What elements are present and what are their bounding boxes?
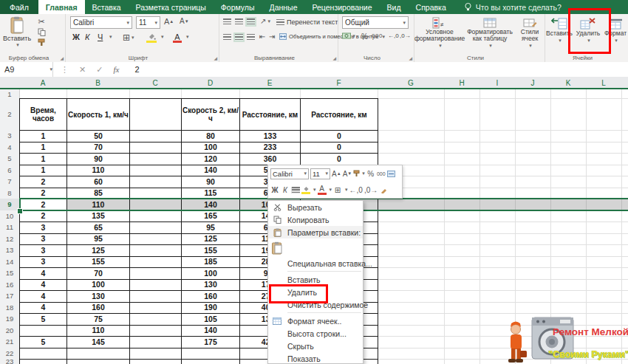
cell-C22[interactable] [129, 348, 182, 360]
comma-style-button[interactable]: 000 [372, 32, 383, 39]
paste-button[interactable]: Вставить ▾ [3, 16, 31, 50]
cell-B10[interactable]: 135 [66, 210, 130, 223]
cell-D3[interactable]: 80 [181, 130, 240, 142]
mini-font-color-button[interactable]: А [318, 185, 327, 195]
copy-button[interactable] [35, 27, 47, 36]
row-header-20[interactable]: 20 [0, 325, 20, 337]
cell-A13[interactable]: 3 [19, 244, 67, 257]
mini-increase-decimal-button[interactable]: ←,0 [349, 186, 363, 194]
cell-A17[interactable]: 4 [19, 290, 67, 303]
mini-borders-button[interactable]: ⊞ [333, 186, 342, 194]
cell-C13[interactable] [129, 244, 182, 257]
cell-B6[interactable]: 110 [66, 165, 130, 177]
font-color-dropdown-arrow[interactable]: ▾ [185, 34, 189, 40]
cell-B21[interactable]: 145 [66, 336, 130, 348]
menu-item-13[interactable]: Показать [268, 352, 363, 364]
mini-merge-button[interactable] [387, 171, 396, 177]
cell-B14[interactable]: 155 [66, 256, 130, 269]
cell-A15[interactable]: 4 [19, 267, 67, 280]
mini-font-name-combo[interactable]: Calibri▾ [270, 168, 309, 179]
cell-A16[interactable]: 4 [19, 279, 67, 292]
cell-B16[interactable]: 100 [66, 279, 130, 292]
cell-C21[interactable] [129, 336, 182, 348]
cell-A10[interactable]: 2 [19, 210, 67, 223]
increase-indent-button[interactable]: ⇥ [269, 32, 275, 41]
mini-comma-button[interactable]: 000 [377, 171, 386, 176]
enter-icon[interactable]: ✓ [96, 65, 103, 75]
cell-styles-button[interactable]: Стили ячеек ▾ [516, 17, 544, 49]
row-header-7[interactable]: 7 [0, 176, 20, 188]
cell-A11[interactable]: 3 [19, 222, 67, 234]
cell-F3[interactable]: 0 [300, 130, 378, 142]
tab-5[interactable]: Данные [262, 0, 305, 14]
tab-3[interactable]: Разметка страницы [129, 0, 214, 14]
fx-icon[interactable]: fx [113, 65, 119, 74]
row-header-13[interactable]: 13 [0, 244, 20, 257]
cell-D11[interactable]: 95 [181, 222, 240, 234]
formula-input[interactable]: 2 [134, 65, 139, 74]
row-header-23[interactable]: 23 [0, 359, 20, 364]
menu-item-4[interactable]: Специальная вставка... [268, 257, 363, 269]
menu-paste-option[interactable] [268, 238, 363, 257]
cell-A5[interactable]: 1 [19, 153, 67, 165]
row-header-3[interactable]: 3 [0, 130, 20, 142]
cell-F4[interactable]: 0 [300, 142, 378, 154]
cell-D7[interactable]: 90 [181, 176, 240, 188]
cell-A14[interactable]: 3 [19, 256, 67, 269]
cell-D18[interactable]: 190 [181, 302, 240, 315]
cell-A6[interactable]: 1 [19, 165, 67, 177]
mini-bold-button[interactable]: Ж [270, 186, 279, 194]
cell-D15[interactable]: 100 [181, 267, 240, 280]
font-dialog-launcher-icon[interactable]: ◢ [214, 55, 217, 61]
mini-brush-button[interactable] [379, 187, 388, 193]
cell-F2[interactable]: Расстояние, км [300, 98, 378, 131]
cell-B22[interactable] [66, 348, 130, 360]
alignment-dialog-launcher-icon[interactable]: ◢ [332, 55, 336, 61]
menu-item-10[interactable]: Формат ячеек.. [268, 315, 363, 327]
fill-handle[interactable] [17, 208, 23, 214]
row-header-5[interactable]: 5 [0, 153, 20, 165]
cell-C20[interactable] [129, 325, 182, 337]
cell-D20[interactable]: 140 [181, 325, 240, 337]
mini-align-button[interactable] [291, 187, 300, 193]
decrease-decimal-button[interactable]: ,0→ [400, 32, 411, 39]
tab-4[interactable]: Формулы [214, 0, 262, 14]
borders-button[interactable]: ⊞▾ [123, 32, 134, 43]
menu-item-1[interactable]: Копировать [268, 213, 363, 226]
cell-E2[interactable]: Расстояние, км [239, 98, 301, 131]
cell-D13[interactable]: 155 [181, 244, 240, 257]
cell-B11[interactable]: 65 [66, 222, 130, 234]
tell-me-box[interactable]: Что вы хотите сделать? [464, 0, 562, 14]
mini-decrease-font-button[interactable]: A▼ [343, 170, 352, 178]
cell-D10[interactable]: 165 [181, 210, 240, 223]
cell-B3[interactable]: 50 [66, 130, 130, 142]
menu-item-12[interactable]: Скрыть [268, 340, 363, 352]
cell-D14[interactable]: 185 [181, 256, 240, 269]
row-header-17[interactable]: 17 [0, 290, 20, 303]
row-header-18[interactable]: 18 [0, 302, 20, 315]
tab-6[interactable]: Рецензирование [304, 0, 379, 14]
cell-D22[interactable] [181, 348, 240, 360]
cell-E3[interactable]: 133 [239, 130, 301, 142]
format-painter-button[interactable] [35, 38, 47, 47]
align-bottom-icon[interactable] [247, 18, 255, 25]
cell-B2[interactable]: Скорость 1, км/ч [66, 98, 130, 131]
font-size-combo[interactable]: 11▾ [136, 16, 160, 29]
row-header-12[interactable]: 12 [0, 233, 20, 246]
cell-B17[interactable]: 130 [66, 290, 130, 303]
cell-C2[interactable] [129, 98, 182, 131]
italic-button[interactable]: К [85, 32, 89, 41]
cell-A7[interactable]: 2 [19, 176, 67, 188]
mini-italic-button[interactable]: К [281, 186, 290, 194]
bold-button[interactable]: Ж [72, 32, 80, 41]
cell-D19[interactable]: 105 [181, 313, 240, 326]
tab-7[interactable]: Вид [380, 0, 409, 14]
align-top-icon[interactable] [223, 18, 231, 25]
cell-A22[interactable] [19, 348, 67, 360]
format-as-table-button[interactable]: Форматировать как таблицу ▾ [465, 17, 514, 49]
cell-C16[interactable] [129, 279, 182, 292]
cell-B12[interactable]: 95 [66, 233, 130, 246]
row-header-8[interactable]: 8 [0, 188, 20, 200]
cell-A12[interactable]: 3 [19, 233, 67, 246]
cell-B7[interactable]: 60 [66, 176, 130, 188]
